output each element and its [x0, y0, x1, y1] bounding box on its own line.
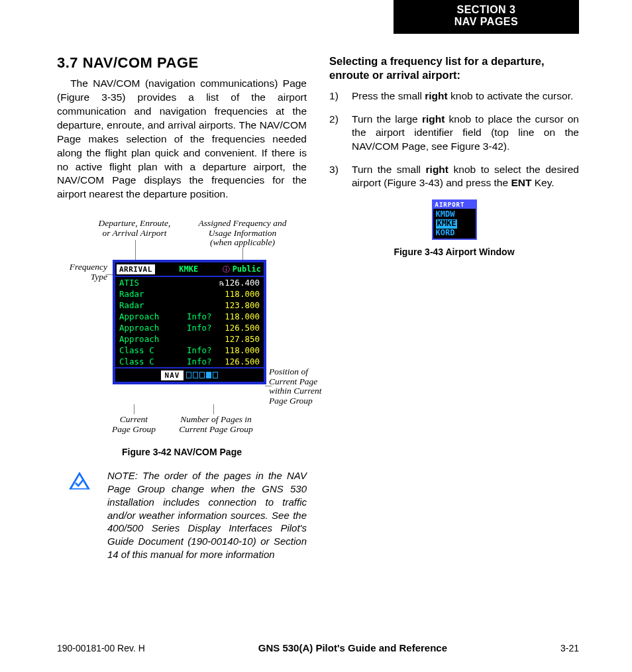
freq-type: Approach: [119, 323, 187, 333]
airport-id: KMKE: [155, 264, 223, 274]
freq-value: 123.800: [217, 300, 260, 310]
freq-info: Info?: [187, 345, 217, 355]
freq-type: Radar: [119, 300, 187, 310]
footer-mid: GNS 530(A) Pilot's Guide and Reference: [258, 642, 447, 653]
opt-kord: KORD: [436, 229, 473, 238]
anno-departure: Departure, Enroute,or Arrival Airport: [85, 219, 184, 238]
section-tab-line1: SECTION 3: [394, 4, 579, 16]
page-footer: 190-00181-00 Rev. H GNS 530(A) Pilot's G…: [57, 642, 579, 653]
step-1: Press the small right knob to activate t…: [329, 89, 579, 103]
footer-right: 3-21: [560, 643, 579, 653]
freq-type: ATIS: [119, 278, 187, 288]
footer-left: 190-00181-00 Rev. H: [57, 643, 145, 653]
note-text: NOTE: The order of the pages in the NAV …: [101, 469, 307, 561]
opt-kmdw: KMDW: [436, 210, 473, 219]
device-footer: NAV: [115, 367, 264, 382]
selector-header: AIRPORT: [433, 201, 476, 209]
steps-list: Press the small right knob to activate t…: [329, 89, 579, 190]
freq-info: [187, 278, 217, 288]
step-3: Turn the small right knob to select the …: [329, 163, 579, 190]
freq-info: Info?: [187, 357, 217, 366]
fig42-caption: Figure 3-42 NAV/COM Page: [57, 447, 307, 457]
anno-position: Position ofCurrent Pagewithin CurrentPag…: [269, 367, 331, 406]
page-boxes: [186, 372, 218, 378]
arrival-label: ARRIVAL: [117, 264, 155, 274]
freq-row: Class CInfo?118.000: [115, 345, 264, 356]
anno-assigned: Assigned Frequency andUsage Information(…: [189, 219, 295, 248]
freq-value: 118.000: [217, 311, 260, 321]
freq-info: [187, 289, 217, 299]
freq-info: [187, 334, 217, 344]
freq-row: ApproachInfo?126.500: [115, 322, 264, 333]
freq-type: Radar: [119, 289, 187, 299]
left-column: 3.7 NAV/COM PAGE The NAV/COM (navigation…: [57, 54, 307, 561]
freq-row: ATIS℞126.400: [115, 277, 264, 288]
anno-curgroup: CurrentPage Group: [103, 415, 164, 434]
fig43-caption: Figure 3-43 Airport Window: [329, 247, 579, 257]
freq-info: Info?: [187, 311, 217, 321]
freq-value: 118.000: [217, 289, 260, 299]
nav-group-label: NAV: [161, 370, 184, 380]
section-tab-line2: NAV PAGES: [394, 16, 579, 28]
public-label: Public: [233, 264, 264, 274]
freq-value: 118.000: [217, 345, 260, 355]
step-2: Turn the large right knob to place the c…: [329, 113, 579, 154]
opt-kmke-selected: KMKE: [436, 219, 458, 229]
right-column: Selecting a frequency list for a departu…: [329, 54, 579, 561]
freq-info: Info?: [187, 323, 217, 333]
freq-value: 126.500: [217, 357, 260, 366]
selector-body: KMDW KMKE KORD: [433, 209, 476, 239]
navcom-device: ARRIVAL KMKE ⓘ Public ATIS℞126.400Radar1…: [113, 260, 266, 384]
note-block: NOTE: The order of the pages in the NAV …: [57, 469, 307, 561]
leader: [265, 386, 272, 386]
freq-type: Approach: [119, 311, 187, 321]
freq-value: 126.500: [217, 323, 260, 333]
airport-selector: AIRPORT KMDW KMKE KORD: [432, 199, 477, 240]
leader: [213, 404, 214, 414]
freq-type: Class C: [119, 345, 187, 355]
freq-type: Class C: [119, 357, 187, 366]
freq-row: Radar118.000: [115, 288, 264, 300]
freq-value: ℞126.400: [217, 278, 260, 288]
device-header: ARRIVAL KMKE ⓘ Public: [115, 262, 264, 277]
freq-info: [187, 300, 217, 310]
section-tab: SECTION 3 NAV PAGES: [394, 0, 579, 34]
figure-3-42: Departure, Enroute,or Arrival Airport As…: [57, 219, 307, 437]
anno-numpages: Number of Pages inCurrent Page Group: [170, 415, 262, 434]
freq-type: Approach: [119, 334, 187, 344]
freq-value: 127.850: [217, 334, 260, 344]
anno-freqtype: FrequencyType: [54, 262, 107, 282]
freq-row: Class CInfo?126.500: [115, 356, 264, 367]
freq-row: Radar123.800: [115, 300, 264, 311]
right-subhead: Selecting a frequency list for a departu…: [329, 54, 579, 82]
info-icon: ⓘ: [223, 264, 230, 274]
freq-row: ApproachInfo?118.000: [115, 311, 264, 322]
intro-para: The NAV/COM (navigation communications) …: [57, 77, 307, 201]
leader: [135, 240, 136, 260]
note-icon: [68, 471, 91, 492]
leader: [134, 404, 134, 414]
page-title: 3.7 NAV/COM PAGE: [57, 54, 307, 72]
freq-row: Approach127.850: [115, 333, 264, 345]
device-rows: ATIS℞126.400Radar118.000Radar123.800Appr…: [115, 277, 264, 367]
